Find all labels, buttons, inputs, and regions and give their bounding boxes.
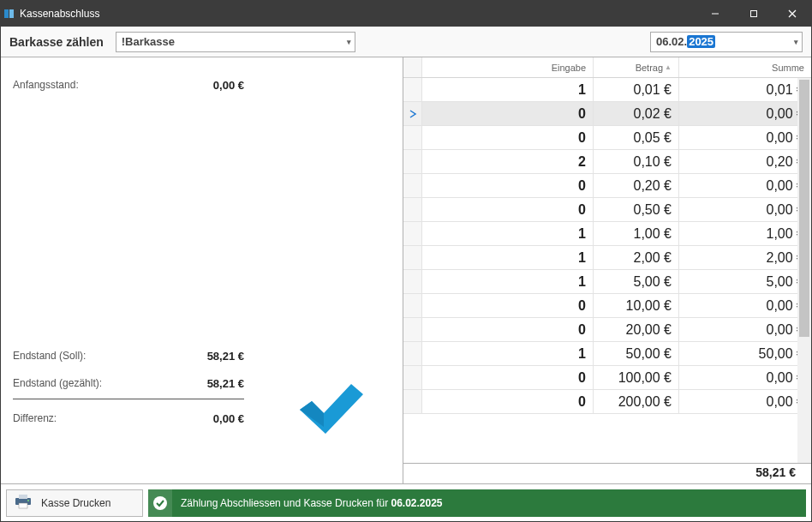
table-row[interactable]: 00,02 €0,00 € — [403, 102, 811, 126]
table-row[interactable]: 0200,00 €0,00 € — [403, 390, 811, 414]
summary-soll-row: Endstand (Soll): 58,21 € — [13, 342, 390, 369]
print-button[interactable]: Kasse Drucken — [6, 489, 143, 517]
grid-header-sum[interactable]: Summe — [679, 57, 811, 77]
grid-body: 10,01 €0,01 €00,02 €0,00 €00,05 €0,00 €2… — [403, 78, 811, 463]
summary-start-value: 0,00 € — [141, 79, 244, 92]
cell-amount: 0,20 € — [594, 174, 679, 197]
table-row[interactable]: 020,00 €0,00 € — [403, 318, 811, 342]
grid-header-amount[interactable]: Betrag▲ — [594, 57, 679, 77]
summary-start-label: Anfangsstand: — [13, 79, 141, 91]
cell-sum: 0,00 € — [679, 318, 811, 341]
print-button-label: Kasse Drucken — [41, 497, 110, 509]
row-indicator — [403, 126, 422, 149]
row-indicator — [403, 246, 422, 269]
cell-input[interactable]: 0 — [422, 198, 594, 221]
cell-sum: 0,00 € — [679, 294, 811, 317]
cell-input[interactable]: 1 — [422, 342, 594, 365]
cell-input[interactable]: 0 — [422, 174, 594, 197]
cell-sum: 50,00 € — [679, 342, 811, 365]
table-row[interactable]: 20,10 €0,20 € — [403, 150, 811, 174]
cell-amount: 2,00 € — [594, 246, 679, 269]
summary-start-row: Anfangsstand: 0,00 € — [13, 71, 391, 99]
cell-input[interactable]: 0 — [422, 318, 594, 341]
cell-input[interactable]: 0 — [422, 126, 594, 149]
cell-input[interactable]: 1 — [422, 78, 594, 101]
row-indicator — [403, 390, 422, 413]
svg-rect-3 — [750, 11, 756, 17]
svg-marker-7 — [300, 401, 324, 427]
date-picker[interactable]: 06.02.2025 ▾ — [650, 32, 803, 52]
cell-amount: 1,00 € — [594, 222, 679, 245]
svg-point-11 — [27, 500, 29, 501]
scrollbar-thumb[interactable] — [799, 80, 809, 337]
grid: Eingabe Betrag▲ Summe 10,01 €0,01 €00,02… — [403, 57, 811, 463]
svg-rect-0 — [4, 9, 9, 18]
cell-input[interactable]: 0 — [422, 102, 594, 125]
cell-sum: 0,00 € — [679, 198, 811, 221]
summary-panel: Anfangsstand: 0,00 € Endstand (Soll): 58… — [1, 57, 403, 483]
window-buttons — [696, 1, 811, 27]
summary-soll-value: 58,21 € — [141, 350, 244, 363]
table-row[interactable]: 10,01 €0,01 € — [403, 78, 811, 102]
cell-sum: 0,00 € — [679, 390, 811, 413]
grid-total-row: 58,21 € — [403, 463, 811, 483]
cell-amount: 0,01 € — [594, 78, 679, 101]
cell-input[interactable]: 1 — [422, 222, 594, 245]
row-indicator — [403, 78, 422, 101]
body: Anfangsstand: 0,00 € Endstand (Soll): 58… — [1, 57, 811, 483]
cell-input[interactable]: 0 — [422, 390, 594, 413]
table-row[interactable]: 010,00 €0,00 € — [403, 294, 811, 318]
cell-amount: 5,00 € — [594, 270, 679, 293]
svg-point-12 — [153, 496, 167, 510]
row-indicator — [403, 198, 422, 221]
app-icon — [1, 1, 18, 27]
chevron-down-icon: ▾ — [347, 38, 351, 46]
cell-sum: 2,00 € — [679, 246, 811, 269]
grid-header-indicator — [403, 57, 422, 77]
close-button[interactable] — [773, 1, 811, 27]
cell-input[interactable]: 1 — [422, 246, 594, 269]
grid-header: Eingabe Betrag▲ Summe — [403, 57, 811, 78]
row-indicator — [403, 318, 422, 341]
cashbox-dropdown[interactable]: !Barkasse ▾ — [116, 32, 355, 52]
table-row[interactable]: 00,20 €0,00 € — [403, 174, 811, 198]
cell-input[interactable]: 0 — [422, 294, 594, 317]
grid-total-value: 58,21 € — [755, 464, 811, 483]
cell-amount: 20,00 € — [594, 318, 679, 341]
cell-input[interactable]: 1 — [422, 270, 594, 293]
row-indicator — [403, 174, 422, 197]
cell-input[interactable]: 2 — [422, 150, 594, 173]
grid-panel: Eingabe Betrag▲ Summe 10,01 €0,01 €00,02… — [403, 57, 811, 483]
cell-amount: 200,00 € — [594, 390, 679, 413]
confirm-button-label: Zählung Abschliessen und Kasse Drucken f… — [181, 497, 443, 509]
cell-amount: 0,50 € — [594, 198, 679, 221]
check-icon — [148, 489, 172, 517]
maximize-button[interactable] — [734, 1, 773, 27]
table-row[interactable]: 0100,00 €0,00 € — [403, 366, 811, 390]
toolbar-label: Barkasse zählen — [9, 35, 104, 49]
table-row[interactable]: 150,00 €50,00 € — [403, 342, 811, 366]
summary-counted-label: Endstand (gezählt): — [13, 377, 141, 389]
row-indicator — [403, 150, 422, 173]
window-title: Kassenabschluss — [18, 8, 696, 20]
row-indicator-icon — [408, 109, 418, 119]
scrollbar[interactable] — [797, 78, 811, 463]
cashbox-dropdown-value: !Barkasse — [122, 35, 175, 48]
minimize-button[interactable] — [696, 1, 734, 27]
table-row[interactable]: 00,05 €0,00 € — [403, 126, 811, 150]
cell-amount: 10,00 € — [594, 294, 679, 317]
table-row[interactable]: 11,00 €1,00 € — [403, 222, 811, 246]
toolbar: Barkasse zählen !Barkasse ▾ 06.02.2025 ▾ — [1, 27, 811, 57]
grid-header-input[interactable]: Eingabe — [422, 57, 594, 77]
summary-counted-value: 58,21 € — [141, 377, 244, 390]
titlebar: Kassenabschluss — [1, 1, 811, 27]
row-indicator — [403, 366, 422, 389]
table-row[interactable]: 12,00 €2,00 € — [403, 246, 811, 270]
cell-amount: 0,05 € — [594, 126, 679, 149]
cell-input[interactable]: 0 — [422, 366, 594, 389]
svg-rect-1 — [9, 9, 14, 18]
confirm-button[interactable]: Zählung Abschliessen und Kasse Drucken f… — [148, 489, 806, 517]
table-row[interactable]: 15,00 €5,00 € — [403, 270, 811, 294]
cell-sum: 5,00 € — [679, 270, 811, 293]
table-row[interactable]: 00,50 €0,00 € — [403, 198, 811, 222]
